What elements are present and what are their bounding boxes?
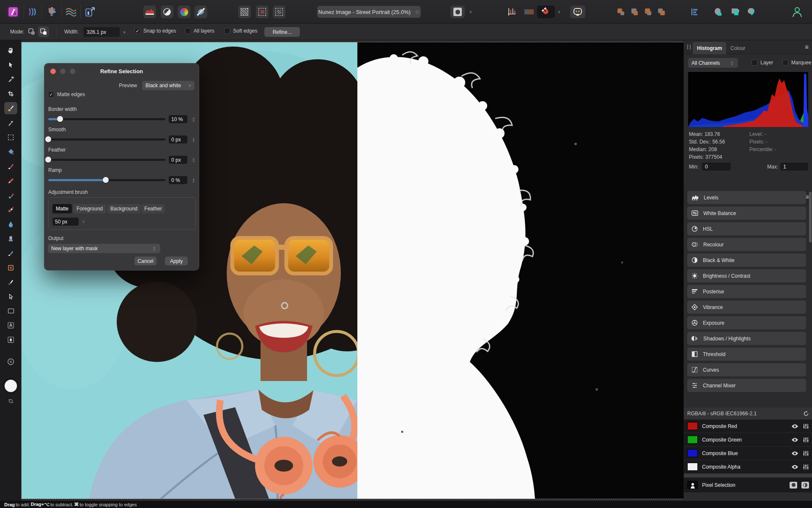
smooth-field[interactable]: 0 px: [169, 135, 187, 144]
swap-colours-icon[interactable]: [4, 395, 17, 407]
adjustment-item-brightness-contrast[interactable]: Brightness / Contrast: [687, 269, 806, 282]
clone-stamp-tool[interactable]: [4, 232, 17, 245]
channel-row-composite-green[interactable]: Composite Green: [684, 433, 812, 447]
adjustment-item-curves[interactable]: Curves: [687, 363, 806, 376]
snap-to-edges-checkbox[interactable]: ✓ Snap to edges: [134, 28, 176, 34]
feather-stepper[interactable]: ∧∨: [191, 156, 196, 164]
auto-levels-icon[interactable]: [143, 6, 156, 18]
move-to-back-icon[interactable]: [656, 6, 667, 18]
add-selection-mode-icon[interactable]: [38, 26, 49, 37]
adjustment-item-threshold[interactable]: Threshold: [687, 348, 806, 361]
slider-thumb[interactable]: [45, 157, 51, 163]
adjustment-item-exposure[interactable]: Exposure: [687, 316, 806, 329]
mask-layer-icon[interactable]: [713, 6, 724, 18]
healing-brush-tool[interactable]: [4, 247, 17, 260]
affinity-photo-logo[interactable]: [6, 6, 20, 18]
channel-row-composite-blue[interactable]: Composite Blue: [684, 447, 812, 460]
smooth-slider[interactable]: [48, 138, 165, 141]
soft-edges-checkbox[interactable]: Soft edges: [224, 28, 257, 34]
rectangle-tool[interactable]: [4, 305, 17, 317]
move-backward-icon[interactable]: [642, 6, 653, 18]
adjustment-item-levels[interactable]: Levels: [687, 191, 806, 204]
eye-icon[interactable]: [791, 437, 798, 442]
blur-brush-tool[interactable]: [4, 218, 17, 230]
layer-checkbox[interactable]: Layer: [752, 60, 773, 66]
liquify-persona-icon[interactable]: [25, 6, 39, 18]
adjustment-item-black-white[interactable]: Black & White: [687, 254, 806, 267]
channel-row-composite-alpha[interactable]: Composite Alpha: [684, 460, 812, 474]
adjustment-item-channel-mixer[interactable]: Channel Mixer: [687, 379, 806, 392]
brush-size-chevron[interactable]: ∨: [81, 218, 86, 226]
tone-mapping-persona-icon[interactable]: [64, 6, 78, 18]
brush-mode-feather[interactable]: Feather: [142, 204, 165, 213]
brush-mode-matte[interactable]: Matte: [52, 204, 72, 213]
move-tool[interactable]: [4, 59, 17, 71]
channel-row-composite-red[interactable]: Composite Red: [684, 420, 812, 433]
adjustment-layer-icon[interactable]: [729, 6, 741, 18]
gradient-icon[interactable]: [523, 6, 536, 18]
person-icon[interactable]: [790, 6, 804, 18]
paint-brush-tool[interactable]: [4, 160, 17, 172]
paint-mixer-brush-tool[interactable]: [4, 189, 17, 202]
feather-slider[interactable]: [48, 159, 165, 161]
brush-mode-background[interactable]: Background: [107, 204, 140, 213]
flood-fill-tool[interactable]: [4, 146, 17, 158]
smooth-stepper[interactable]: ∧∨: [191, 135, 196, 144]
matte-edges-checkbox[interactable]: ✓ Matte edges: [48, 91, 85, 97]
histogram-chart[interactable]: [688, 72, 808, 127]
auto-white-balance-icon[interactable]: [195, 6, 207, 18]
eye-icon[interactable]: [791, 424, 798, 429]
colour-swatch[interactable]: [4, 379, 18, 393]
brush-size-field[interactable]: 50 px: [52, 218, 79, 226]
new-selection-mode-icon[interactable]: [26, 26, 37, 37]
marquee-checkbox[interactable]: Marquee: [782, 60, 811, 66]
live-filter-icon[interactable]: [746, 6, 757, 18]
cancel-button[interactable]: Cancel: [134, 257, 156, 265]
assistant-robot-icon[interactable]: [570, 6, 585, 18]
tab-colour[interactable]: Colour: [726, 42, 749, 54]
channel-sliders-icon[interactable]: [803, 437, 809, 443]
marquee-tool[interactable]: [4, 131, 17, 144]
view-tool[interactable]: [4, 44, 17, 57]
selection-brush-tool[interactable]: [4, 102, 17, 114]
border-width-field[interactable]: 10 %: [169, 115, 187, 123]
canvas-area[interactable]: Refine Selection Preview Black and white…: [22, 40, 683, 501]
move-to-front-icon[interactable]: [615, 6, 626, 18]
dodge-brush-tool[interactable]: [4, 204, 17, 216]
preview-dropdown[interactable]: Black and white ∨: [142, 81, 195, 90]
colour-picker-tool[interactable]: [4, 73, 17, 86]
mask-preview-chevron-icon[interactable]: ∨: [466, 6, 475, 18]
ramp-slider[interactable]: [48, 179, 165, 181]
magnet-snapping-icon[interactable]: [537, 6, 555, 18]
refine-button[interactable]: Refine...: [264, 27, 300, 37]
text-tool[interactable]: A: [4, 319, 17, 331]
snapping-chevron-icon[interactable]: ∨: [555, 6, 563, 18]
adjustment-item-vibrance[interactable]: Vibrance: [687, 301, 806, 314]
alignment-icon[interactable]: [689, 6, 700, 18]
channel-sliders-icon[interactable]: [803, 464, 809, 470]
width-chevron-icon[interactable]: ∨: [121, 27, 128, 37]
slider-thumb[interactable]: [103, 177, 109, 183]
pixel-tool[interactable]: [4, 175, 17, 187]
develop-persona-icon[interactable]: [45, 6, 58, 18]
slider-thumb[interactable]: [57, 116, 63, 122]
pen-tool[interactable]: [4, 334, 17, 346]
tab-histogram[interactable]: Histogram: [693, 42, 726, 54]
crop-tool[interactable]: [4, 88, 17, 100]
min-field[interactable]: 0: [702, 163, 731, 171]
feather-field[interactable]: 0 px: [169, 156, 187, 164]
export-persona-icon[interactable]: [83, 6, 97, 18]
lens-tool[interactable]: [4, 356, 17, 368]
channel-sliders-icon[interactable]: [803, 423, 809, 429]
border-width-stepper[interactable]: ∧∨: [191, 115, 196, 123]
refine-selection-dialog[interactable]: Refine Selection Preview Black and white…: [44, 63, 199, 271]
slider-thumb[interactable]: [45, 136, 51, 142]
assistant-levels-icon[interactable]: [506, 6, 518, 18]
pixel-selection-row[interactable]: Pixel Selection: [684, 478, 812, 493]
panel-menu-icon[interactable]: ≡: [805, 43, 809, 50]
auto-contrast-icon[interactable]: [161, 6, 173, 18]
ramp-field[interactable]: 0 %: [169, 176, 187, 184]
deselect-icon[interactable]: ✕: [256, 6, 269, 18]
auto-colour-icon[interactable]: [178, 6, 190, 18]
select-all-icon[interactable]: [238, 6, 251, 18]
